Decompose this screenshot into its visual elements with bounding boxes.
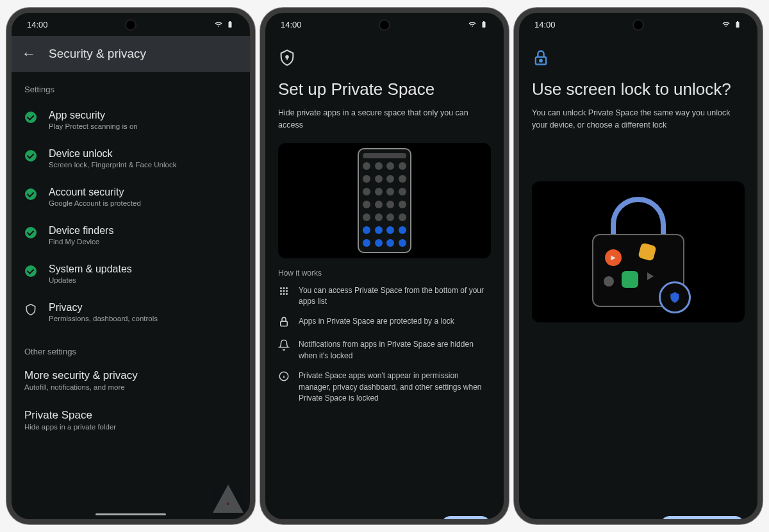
item-sub: Find My Device <box>49 238 113 245</box>
hiw-text: Notifications from apps in Private Space… <box>299 339 491 362</box>
item-sub: Hide apps in a private folder <box>24 423 116 431</box>
section-label-settings: Settings <box>12 72 250 101</box>
hiw-item: Private Space apps won't appear in permi… <box>278 370 491 404</box>
item-system-updates[interactable]: System & updates Updates <box>12 254 250 293</box>
hiw-text: Private Space apps won't appear in permi… <box>299 370 491 404</box>
use-screen-lock-button[interactable]: Use screen lock <box>660 516 745 524</box>
item-private-space[interactable]: Private Space Hide apps in a private fol… <box>12 400 250 440</box>
app-icon-orange: ▶ <box>605 249 622 266</box>
onboard-title: Use screen lock to unlock? <box>532 79 745 99</box>
item-more-security[interactable]: More security & privacy Autofill, notifi… <box>12 360 250 400</box>
hiw-item: You can access Private Space from the bo… <box>278 285 491 308</box>
lock-icon <box>278 316 290 330</box>
phone-screen-2: 14:00 Set up Private Space Hide private … <box>260 8 509 524</box>
illustration-lock-apps: ▶ <box>532 181 745 322</box>
button-bar: Choose new lock Use screen lock <box>532 507 745 524</box>
item-device-unlock[interactable]: Device unlock Screen lock, Fingerprint &… <box>12 139 250 178</box>
onboard-subtitle: Hide private apps in a secure space that… <box>278 107 491 131</box>
check-icon <box>24 188 37 201</box>
page-title: Security & privacy <box>49 47 146 61</box>
choose-new-lock-button[interactable]: Choose new lock <box>532 521 595 524</box>
item-sub: Play Protect scanning is on <box>49 122 138 130</box>
check-icon <box>24 265 37 278</box>
svg-point-2 <box>280 287 282 289</box>
illustration-phone <box>278 143 491 258</box>
wifi-icon <box>722 21 731 28</box>
item-privacy[interactable]: Privacy Permissions, dashboard, controls <box>12 293 250 331</box>
svg-point-8 <box>280 293 282 295</box>
bell-icon <box>278 339 290 353</box>
item-title: Device finders <box>49 225 113 237</box>
onboard-subtitle: You can unlock Private Space the same wa… <box>532 107 745 131</box>
svg-point-0 <box>227 503 229 505</box>
status-time: 14:00 <box>27 20 48 29</box>
back-arrow-icon[interactable]: ← <box>22 46 36 62</box>
check-icon <box>24 226 37 239</box>
svg-point-10 <box>286 293 288 295</box>
status-time: 14:00 <box>534 20 556 29</box>
item-account-security[interactable]: Account security Google Account is prote… <box>12 178 250 216</box>
svg-point-5 <box>280 290 282 292</box>
hiw-text: You can access Private Space from the bo… <box>299 285 491 308</box>
item-title: Privacy <box>49 302 158 313</box>
item-sub: Google Account is protected <box>49 199 141 207</box>
setup-button[interactable]: Set up <box>441 516 491 524</box>
item-sub: Updates <box>49 276 132 284</box>
svg-point-6 <box>283 290 285 292</box>
app-icon-yellow <box>638 242 656 261</box>
camera-notch <box>125 19 136 31</box>
screen-content: Set up Private Space Hide private apps i… <box>265 36 504 524</box>
shield-icon <box>24 303 37 316</box>
status-icons <box>722 21 742 28</box>
watermark-icon <box>213 485 244 513</box>
cancel-button[interactable]: Cancel <box>278 521 304 524</box>
camera-notch <box>633 19 644 31</box>
info-icon <box>278 370 290 385</box>
item-title: More security & privacy <box>24 369 138 382</box>
item-sub: Autofill, notifications, and more <box>24 383 138 391</box>
shield-lock-icon <box>278 49 296 67</box>
phone-screen-1: 14:00 ← Security & privacy Settings App … <box>6 8 255 524</box>
shield-badge-icon <box>659 281 691 313</box>
hiw-item: Notifications from apps in Private Space… <box>278 339 491 362</box>
battery-icon <box>479 21 488 28</box>
app-icon-gray <box>604 276 614 287</box>
watermark-icon <box>467 520 497 524</box>
phone-screen-3: 14:00 Use screen lock to unlock? You can… <box>514 8 763 524</box>
item-title: App security <box>49 110 138 121</box>
status-icons <box>468 21 488 28</box>
section-label-other: Other settings <box>12 331 250 360</box>
hiw-text: Apps in Private Space are protected by a… <box>299 316 454 327</box>
item-title: System & updates <box>49 263 132 275</box>
battery-icon <box>226 21 235 28</box>
screen-content: ← Security & privacy Settings App securi… <box>12 36 250 519</box>
item-app-security[interactable]: App security Play Protect scanning is on <box>12 101 250 139</box>
item-sub: Screen lock, Fingerprint & Face Unlock <box>49 161 176 169</box>
check-icon <box>24 111 37 124</box>
svg-rect-11 <box>281 322 288 327</box>
status-time: 14:00 <box>281 20 302 29</box>
item-title: Account security <box>49 187 141 198</box>
gesture-bar <box>95 513 166 515</box>
check-icon <box>24 149 37 162</box>
svg-point-3 <box>283 287 285 289</box>
item-title: Device unlock <box>49 148 176 160</box>
lock-icon <box>532 49 550 67</box>
how-it-works-label: How it works <box>278 269 491 278</box>
app-icon-green <box>622 271 638 288</box>
svg-point-1 <box>286 56 288 58</box>
button-bar: Cancel Set up <box>278 507 491 524</box>
item-sub: Permissions, dashboard, controls <box>49 315 158 322</box>
status-icons <box>214 21 235 28</box>
grid-icon <box>278 285 290 299</box>
svg-point-17 <box>540 60 542 62</box>
play-icon <box>647 272 654 280</box>
svg-point-4 <box>286 287 288 289</box>
screen-content: Use screen lock to unlock? You can unloc… <box>519 36 757 524</box>
item-device-finders[interactable]: Device finders Find My Device <box>12 216 250 254</box>
battery-icon <box>733 21 742 28</box>
header: ← Security & privacy <box>12 36 250 72</box>
camera-notch <box>379 19 390 31</box>
svg-point-7 <box>286 290 288 292</box>
hiw-item: Apps in Private Space are protected by a… <box>278 316 491 330</box>
